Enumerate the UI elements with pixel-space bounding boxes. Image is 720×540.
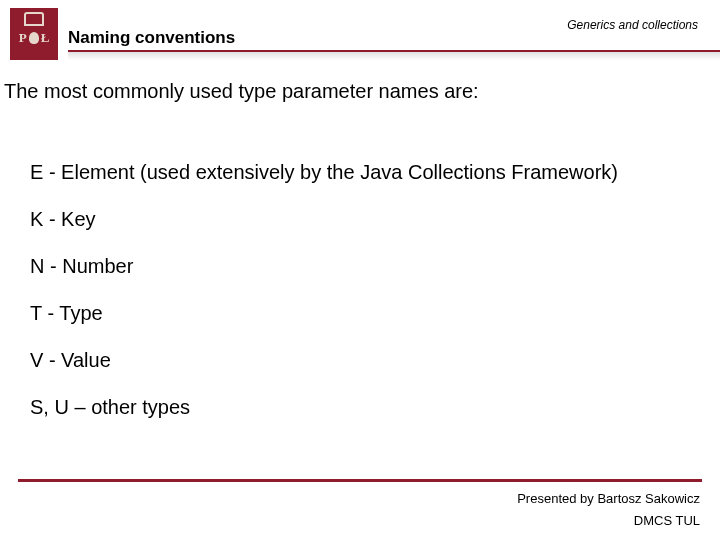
logo-letter-left: P xyxy=(19,30,27,46)
logo-letter-right: Ł xyxy=(41,30,50,46)
list-item: S, U – other types xyxy=(30,395,680,420)
lead-text: The most commonly used type parameter na… xyxy=(4,80,479,103)
list-item-text: E - Element (used extensively by the Jav… xyxy=(30,161,618,183)
items-list: E - Element (used extensively by the Jav… xyxy=(30,160,680,442)
list-item-text: N - Number xyxy=(30,255,133,277)
list-item-text: T - Type xyxy=(30,302,103,324)
list-item: T - Type xyxy=(30,301,680,326)
university-logo: P Ł xyxy=(10,8,58,60)
logo-crest-icon xyxy=(24,12,44,26)
presenter-text: Presented by Bartosz Sakowicz xyxy=(517,491,700,506)
slide: P Ł Naming conventions Generics and coll… xyxy=(0,0,720,540)
logo-letters: P Ł xyxy=(19,30,50,46)
list-item: K - Key xyxy=(30,207,680,232)
list-item: E - Element (used extensively by the Jav… xyxy=(30,160,680,185)
footer-divider xyxy=(18,479,702,482)
affiliation-text: DMCS TUL xyxy=(634,513,700,528)
topic-label: Generics and collections xyxy=(567,18,698,32)
list-item-text: S, U – other types xyxy=(30,396,190,418)
header-shadow xyxy=(68,52,720,60)
slide-title: Naming conventions xyxy=(68,28,235,48)
list-item-text: V - Value xyxy=(30,349,111,371)
list-item: N - Number xyxy=(30,254,680,279)
list-item-text: K - Key xyxy=(30,208,96,230)
logo-shield-icon xyxy=(29,32,39,44)
list-item: V - Value xyxy=(30,348,680,373)
